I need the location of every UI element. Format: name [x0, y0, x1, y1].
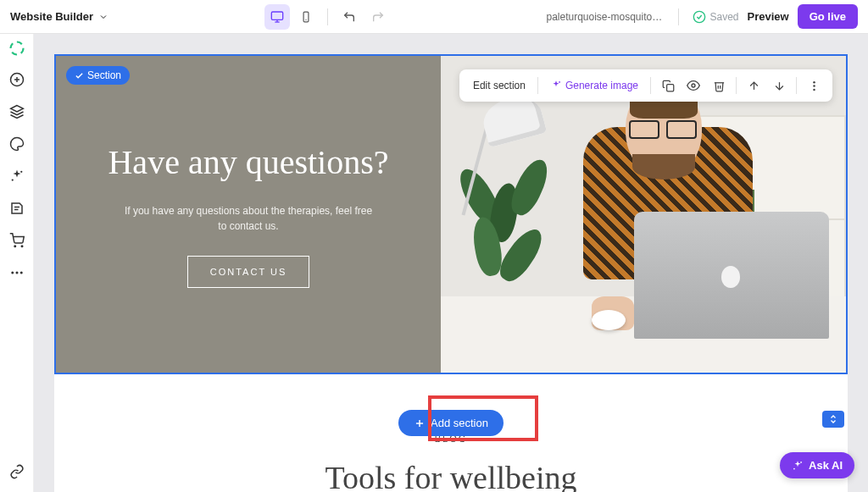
svg-point-27 — [813, 88, 815, 91]
blog-heading[interactable]: Tools for wellbeing — [54, 459, 848, 492]
check-icon — [75, 71, 84, 80]
sparkles-icon — [792, 460, 804, 472]
add-section-bar: Add section — [34, 410, 868, 436]
store-button[interactable] — [7, 230, 27, 251]
save-status: Saved — [693, 10, 738, 24]
svg-rect-0 — [271, 12, 282, 19]
styles-button[interactable] — [7, 134, 27, 154]
arrow-down-icon — [773, 80, 786, 92]
desktop-view-button[interactable] — [264, 4, 290, 30]
trash-icon — [713, 80, 726, 92]
edit-section-button[interactable]: Edit section — [466, 76, 532, 95]
section-image-column[interactable]: Edit section Generate image — [441, 56, 846, 373]
top-bar: Website Builder paleturquoise-mosquito-3… — [0, 0, 868, 34]
sparkles-icon — [550, 80, 562, 91]
dots-icon — [9, 265, 25, 280]
logo[interactable] — [8, 39, 26, 58]
layers-button[interactable] — [7, 102, 27, 122]
ask-ai-button[interactable]: Ask AI — [780, 452, 854, 478]
preview-button[interactable]: Preview — [747, 10, 788, 23]
redo-icon — [371, 10, 385, 24]
svg-point-5 — [694, 11, 705, 22]
blog-button[interactable] — [7, 198, 27, 218]
dots-vertical-icon — [808, 80, 821, 92]
section-badge-label: Section — [87, 69, 121, 81]
svg-point-15 — [14, 246, 16, 247]
generate-image-button[interactable]: Generate image — [543, 76, 645, 95]
desktop-icon — [270, 10, 284, 24]
move-up-button[interactable] — [742, 75, 765, 97]
svg-point-30 — [800, 462, 802, 463]
visibility-button[interactable] — [682, 75, 705, 97]
add-element-button[interactable] — [7, 69, 27, 90]
topbar-right: paleturquoise-mosquito-369... Saved Prev… — [546, 4, 858, 29]
delete-button[interactable] — [707, 75, 731, 97]
undo-button[interactable] — [337, 4, 362, 30]
eye-icon — [687, 79, 700, 92]
divider — [327, 8, 328, 25]
plus-circle-icon — [9, 72, 25, 87]
svg-point-11 — [20, 171, 22, 173]
check-circle-icon — [693, 10, 706, 24]
divider — [650, 77, 651, 94]
resize-vertical-icon — [828, 414, 838, 424]
svg-marker-10 — [10, 106, 23, 113]
svg-point-20 — [559, 81, 560, 83]
chevron-down-icon — [98, 12, 108, 22]
hero-image — [441, 56, 846, 373]
svg-point-25 — [813, 80, 815, 83]
divider — [678, 8, 679, 25]
mobile-icon — [300, 11, 312, 23]
divider — [736, 77, 737, 94]
sparkles-icon — [9, 169, 25, 184]
logo-icon — [8, 40, 25, 57]
plus-icon — [414, 417, 426, 429]
more-button[interactable] — [7, 263, 27, 283]
svg-point-31 — [793, 467, 795, 469]
cart-icon — [9, 233, 25, 248]
add-section-label: Add section — [431, 417, 488, 429]
app-switcher[interactable]: Website Builder — [10, 10, 108, 23]
redo-button[interactable] — [365, 4, 391, 30]
image-edit-toolbar: Edit section Generate image — [459, 69, 832, 102]
canvas[interactable]: Section Have any questions? If you have … — [34, 34, 868, 492]
duplicate-button[interactable] — [656, 75, 680, 97]
svg-point-6 — [10, 42, 23, 55]
go-live-button[interactable]: Go live — [798, 4, 858, 29]
palette-icon — [9, 136, 25, 152]
move-down-button[interactable] — [767, 75, 791, 97]
layers-icon — [9, 104, 25, 119]
svg-point-22 — [692, 84, 695, 87]
section-heading[interactable]: Have any questions? — [108, 141, 388, 185]
svg-point-18 — [15, 272, 18, 274]
undo-icon — [342, 10, 356, 24]
divider — [796, 77, 797, 94]
add-section-button[interactable]: Add section — [398, 410, 504, 436]
generate-image-label: Generate image — [565, 80, 638, 91]
ai-tools-button[interactable] — [7, 166, 27, 186]
document-icon — [9, 201, 25, 216]
section-badge[interactable]: Section — [66, 66, 130, 85]
selected-section[interactable]: Section Have any questions? If you have … — [54, 54, 848, 374]
link-icon — [9, 464, 25, 479]
contact-us-button[interactable]: CONTACT US — [187, 256, 310, 288]
section-body[interactable]: If you have any questions about the ther… — [121, 203, 376, 234]
copy-icon — [662, 80, 675, 92]
more-options-button[interactable] — [802, 75, 826, 97]
svg-point-12 — [11, 179, 13, 180]
svg-point-16 — [21, 246, 23, 247]
divider — [537, 77, 538, 94]
link-button[interactable] — [7, 462, 27, 482]
saved-label: Saved — [709, 11, 738, 23]
mobile-view-button[interactable] — [293, 4, 319, 30]
resize-handle[interactable] — [822, 411, 844, 428]
svg-rect-21 — [666, 84, 673, 91]
site-name[interactable]: paleturquoise-mosquito-369... — [546, 11, 665, 23]
section-text-column: Have any questions? If you have any ques… — [56, 56, 441, 373]
arrow-up-icon — [748, 80, 760, 92]
app-title: Website Builder — [10, 10, 93, 23]
svg-point-26 — [813, 85, 815, 87]
svg-point-19 — [19, 272, 22, 274]
left-sidebar — [0, 34, 34, 492]
svg-point-17 — [11, 272, 14, 274]
